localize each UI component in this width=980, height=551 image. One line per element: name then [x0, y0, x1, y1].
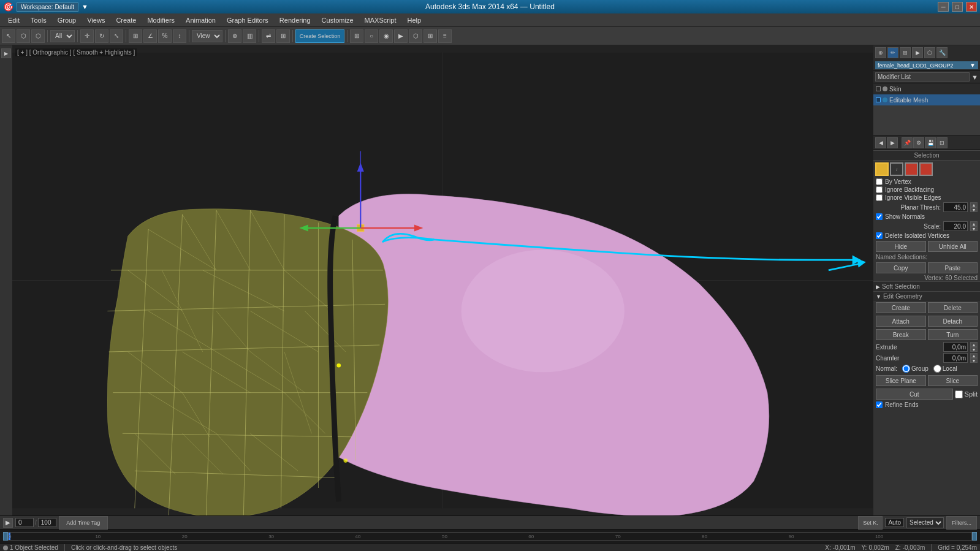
panel-tab-display[interactable]: ⬡: [924, 47, 935, 58]
scale-down[interactable]: ▼: [970, 226, 978, 231]
modifier-list-arrow[interactable]: ▼: [971, 74, 978, 81]
workspace-button[interactable]: Workspace: Default: [17, 2, 78, 12]
modifier-list-dropdown[interactable]: Modifier List: [875, 72, 970, 82]
menu-tools[interactable]: Tools: [26, 15, 51, 25]
menu-edit[interactable]: Edit: [3, 15, 25, 25]
planar-thresh-up[interactable]: ▲: [970, 202, 978, 207]
panel-tab-motion[interactable]: ▶: [912, 47, 923, 58]
panel-tab-create[interactable]: ⊕: [875, 47, 886, 58]
split-checkbox[interactable]: [955, 390, 963, 398]
normal-local-radio[interactable]: [933, 365, 941, 373]
panel-tab-hierarchy[interactable]: ⊞: [900, 47, 911, 58]
more-tools[interactable]: ≡: [438, 29, 452, 43]
subobj-nav-fwd[interactable]: ▶: [887, 137, 898, 148]
timeline-track[interactable]: 0 10 20 30 40 50 60 70 80 90 100: [8, 532, 972, 541]
select-filter[interactable]: ⬡: [31, 29, 45, 43]
chamfer-up[interactable]: ▲: [970, 353, 978, 358]
set-key-button[interactable]: Set K.: [858, 516, 883, 530]
break-button[interactable]: Break: [876, 329, 926, 340]
render-frame[interactable]: ▶: [394, 29, 408, 43]
soft-selection-header[interactable]: ▶ Soft Selection: [873, 281, 980, 291]
track-view[interactable]: Create Selection: [295, 29, 344, 43]
rotate-tool[interactable]: ↻: [95, 29, 108, 43]
skin-visibility[interactable]: [876, 86, 881, 91]
snap-angle[interactable]: ∠: [143, 29, 157, 43]
dropdown-arrow-name[interactable]: ▼: [970, 62, 976, 69]
mesh-visibility[interactable]: [876, 97, 881, 102]
cut-button[interactable]: Cut: [876, 389, 953, 400]
selection-mode-dropdown[interactable]: Selected: [906, 517, 944, 528]
scale-up[interactable]: ▲: [970, 221, 978, 226]
menu-group[interactable]: Group: [53, 15, 82, 25]
menu-graph-editors[interactable]: Graph Editors: [222, 15, 273, 25]
create-button[interactable]: Create: [876, 302, 926, 313]
menu-modifiers[interactable]: Modifiers: [142, 15, 180, 25]
align-tool[interactable]: ⊕: [228, 29, 241, 43]
planar-thresh-input[interactable]: [943, 202, 968, 212]
menu-help[interactable]: Help: [403, 15, 427, 25]
snap-percent[interactable]: %: [158, 29, 172, 43]
timeline-start-bracket[interactable]: [3, 532, 8, 541]
chamfer-input[interactable]: [943, 353, 968, 363]
viewport[interactable]: [ + ] [ Orthographic ] [ Smooth + Highli…: [12, 45, 873, 515]
dropdown-arrow[interactable]: ▼: [82, 3, 88, 10]
mode-auto[interactable]: Auto: [885, 518, 904, 527]
slice-button[interactable]: Slice: [928, 375, 978, 386]
frame-total[interactable]: 100: [38, 518, 56, 527]
paste-button[interactable]: Paste: [928, 262, 978, 273]
polygon-button[interactable]: [919, 162, 933, 176]
subobj-settings[interactable]: ⚙: [913, 137, 924, 148]
minimize-button[interactable]: ─: [938, 2, 949, 12]
delete-isolated-checkbox[interactable]: [876, 232, 883, 239]
menu-create[interactable]: Create: [111, 15, 141, 25]
select-region-tool[interactable]: ⬡: [17, 29, 30, 43]
layer-manager[interactable]: ▥: [243, 29, 256, 43]
timeline-end-bracket[interactable]: [972, 532, 977, 541]
scale-input[interactable]: [943, 221, 968, 231]
panel-tab-utilities[interactable]: 🔧: [936, 47, 948, 58]
extrude-input[interactable]: [943, 342, 968, 352]
menu-views[interactable]: Views: [82, 15, 110, 25]
env-effects[interactable]: ⊞: [424, 29, 437, 43]
snap-toggle[interactable]: ⊞: [129, 29, 142, 43]
delete-button[interactable]: Delete: [928, 302, 978, 313]
edge-button[interactable]: /: [890, 162, 903, 176]
copy-button[interactable]: Copy: [876, 262, 926, 273]
frame-current[interactable]: 0: [15, 518, 34, 527]
normal-group-radio[interactable]: [902, 365, 910, 373]
normal-group-label[interactable]: Group: [902, 365, 929, 373]
face-button[interactable]: [905, 162, 918, 176]
menu-rendering[interactable]: Rendering: [275, 15, 316, 25]
planar-thresh-down[interactable]: ▼: [970, 207, 978, 212]
menu-maxscript[interactable]: MAXScript: [360, 15, 401, 25]
render-last[interactable]: ⬡: [409, 29, 422, 43]
extrude-up[interactable]: ▲: [970, 342, 978, 347]
play-button[interactable]: ▶: [3, 518, 13, 528]
close-button[interactable]: ✕: [966, 2, 977, 12]
ignore-backfacing-checkbox[interactable]: [876, 186, 883, 193]
filters-button[interactable]: Filters...: [946, 516, 977, 530]
material-editor[interactable]: ○: [365, 29, 378, 43]
timeline-bar[interactable]: 0 10 20 30 40 50 60 70 80 90 100: [0, 530, 980, 543]
filter-dropdown[interactable]: All: [50, 30, 75, 42]
subobj-nav-back[interactable]: ◀: [875, 137, 886, 148]
move-tool[interactable]: ✛: [80, 29, 94, 43]
extrude-down[interactable]: ▼: [970, 347, 978, 352]
vertex-button[interactable]: [875, 162, 889, 176]
detach-button[interactable]: Detach: [928, 316, 978, 327]
menu-customize[interactable]: Customize: [317, 15, 359, 25]
left-tool-1[interactable]: ▶: [1, 48, 11, 58]
subobj-save[interactable]: 💾: [925, 137, 936, 148]
attach-button[interactable]: Attach: [876, 316, 926, 327]
maximize-button[interactable]: □: [952, 2, 963, 12]
add-time-tag-button[interactable]: Add Time Tag: [59, 516, 108, 530]
chamfer-down[interactable]: ▼: [970, 358, 978, 363]
edit-geometry-header[interactable]: ▼ Edit Geometry: [873, 291, 980, 301]
turn-button[interactable]: Turn: [928, 329, 978, 340]
hide-button[interactable]: Hide: [876, 241, 926, 252]
scale-tool[interactable]: ⤡: [110, 29, 123, 43]
render-setup[interactable]: ◉: [379, 29, 393, 43]
subobj-extra[interactable]: ⊡: [936, 137, 948, 148]
snap-spinner[interactable]: ↕: [173, 29, 186, 43]
slice-plane-button[interactable]: Slice Plane: [876, 375, 926, 386]
